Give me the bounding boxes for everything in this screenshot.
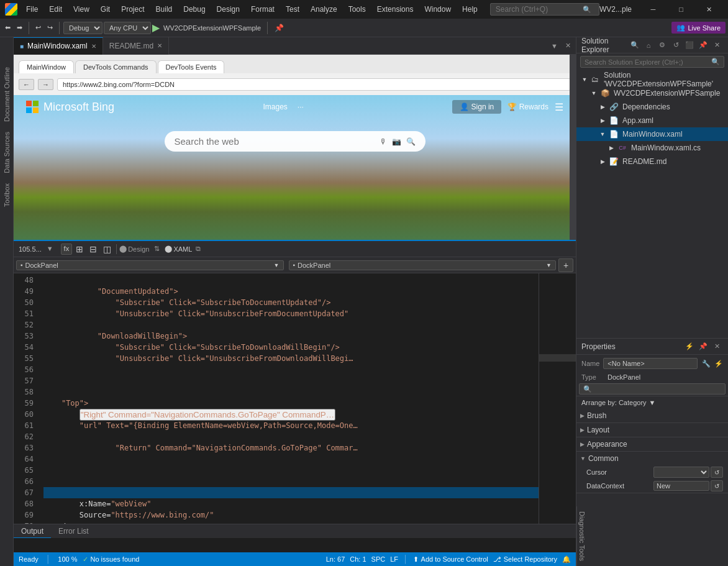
cpu-dropdown[interactable]: Any CPU: [104, 22, 151, 34]
prop-pin-action[interactable]: 📌: [697, 340, 709, 353]
menu-analyze[interactable]: Analyze: [306, 4, 342, 15]
menu-edit[interactable]: Edit: [44, 4, 67, 15]
tree-expand-icon[interactable]: ▼: [580, 75, 589, 84]
add-selector[interactable]: +: [558, 258, 573, 272]
formula-btn[interactable]: fx: [61, 244, 73, 255]
bing-menu-icon[interactable]: ☰: [555, 101, 563, 113]
tree-item-mainwindow-xaml[interactable]: ▼📄MainWindow.xaml: [576, 127, 728, 141]
menu-project[interactable]: Project: [116, 4, 149, 15]
tree-expand-icon[interactable]: ▼: [589, 88, 599, 98]
status-zoom[interactable]: 100 %: [58, 555, 77, 563]
notification-bell[interactable]: 🔔: [562, 555, 571, 564]
datacontext-input[interactable]: [653, 481, 709, 491]
se-close-action[interactable]: ✕: [711, 39, 723, 52]
tab-mainwindow-xaml[interactable]: ■ MainWindow.xaml ✕: [14, 37, 103, 55]
zoom-menu[interactable]: ▼: [44, 241, 56, 257]
layout-section-header[interactable]: ▶ Layout: [576, 423, 728, 437]
se-search-box[interactable]: 🔍: [580, 56, 724, 68]
code-lines[interactable]: "DocumentUpdated"> "Subscribe" Click="Su…: [39, 273, 539, 524]
prop-events-action[interactable]: ⚡: [683, 340, 696, 353]
toolbox-tab[interactable]: Toolbox: [2, 178, 12, 212]
toolbar-undo[interactable]: ↩: [33, 22, 43, 33]
title-search-input[interactable]: [496, 5, 583, 14]
document-outline-tab[interactable]: Document Outline: [2, 62, 12, 127]
panel2-selector[interactable]: ▪ DockPanel ▼: [289, 260, 557, 270]
toolbar-pin[interactable]: 📌: [271, 21, 286, 35]
design-tab[interactable]: ⬤ Design: [119, 245, 149, 253]
se-search-action[interactable]: 🔍: [629, 39, 641, 52]
search-submit-icon[interactable]: 🔍: [406, 137, 416, 146]
title-search[interactable]: 🔍: [490, 3, 599, 16]
menu-test[interactable]: Test: [281, 4, 304, 15]
common-section-header[interactable]: ▼ Common: [576, 452, 728, 465]
grid2-btn[interactable]: ⊟: [87, 244, 99, 255]
cursor-reset[interactable]: ↺: [711, 467, 723, 478]
tab-overflow[interactable]: ▼: [548, 41, 560, 51]
menu-debug[interactable]: Debug: [178, 4, 210, 15]
menu-design[interactable]: Design: [212, 4, 245, 15]
prop-search-input[interactable]: [579, 383, 726, 395]
snap-btn[interactable]: ◫: [101, 244, 114, 255]
prop-name-input[interactable]: [603, 358, 698, 369]
menu-file[interactable]: File: [21, 4, 43, 15]
camera-icon[interactable]: 📷: [392, 137, 401, 146]
tab-readme[interactable]: README.md ✕: [103, 37, 169, 55]
tree-item-dependencies[interactable]: ▶🔗Dependencies: [576, 100, 728, 114]
tree-item-wv2cdpextensionwpfsample[interactable]: ▼📦WV2CDPExtensionWPFSample: [576, 86, 728, 100]
output-tab[interactable]: Output: [14, 524, 51, 538]
arrange-by-arrow[interactable]: ▼: [649, 399, 656, 406]
mic-icon[interactable]: 🎙: [380, 137, 387, 146]
tree-item-readme-md[interactable]: ▶📝README.md: [576, 155, 728, 168]
tree-expand-icon[interactable]: ▼: [598, 129, 607, 139]
tree-expand-icon[interactable]: ▶: [606, 143, 616, 153]
select-repo[interactable]: ⎇ Select Repository: [493, 555, 557, 564]
menu-window[interactable]: Window: [419, 4, 456, 15]
preview-scrollbar[interactable]: [570, 55, 576, 240]
bing-nav-images[interactable]: Images: [263, 103, 287, 111]
bing-rewards[interactable]: 🏆 Rewards: [507, 103, 548, 111]
live-share-button[interactable]: 👥 Live Share: [671, 22, 726, 34]
se-home-action[interactable]: ⌂: [642, 39, 655, 52]
tree-expand-icon[interactable]: ▶: [598, 116, 607, 126]
prop-close-action[interactable]: ✕: [711, 340, 723, 353]
prop-wrench-action[interactable]: 🔧: [701, 357, 710, 370]
tab-close[interactable]: ✕: [563, 40, 573, 51]
error-list-tab[interactable]: Error List: [51, 524, 96, 538]
toolbar-forward[interactable]: ➡: [14, 22, 25, 33]
prop-lightning-action[interactable]: ⚡: [714, 357, 723, 370]
tree-item-solution--wv2cdpextensionwpfsample-[interactable]: ▼🗂Solution 'WV2CDPExtensionWPFSample': [576, 73, 728, 86]
tree-expand-icon[interactable]: ▶: [598, 157, 607, 167]
menu-extensions[interactable]: Extensions: [372, 4, 419, 15]
panel1-selector[interactable]: ▪ DockPanel ▼: [16, 260, 284, 270]
tree-item-mainwindow-xaml-cs[interactable]: ▶C#MainWindow.xaml.cs: [576, 141, 728, 155]
menu-help[interactable]: Help: [457, 4, 483, 15]
menu-tools[interactable]: Tools: [344, 4, 371, 15]
close-tab-readme[interactable]: ✕: [157, 42, 162, 49]
menu-format[interactable]: Format: [246, 4, 280, 15]
cursor-select[interactable]: [653, 467, 709, 478]
source-control[interactable]: ⬆ Add to Source Control: [413, 555, 488, 564]
appearance-section-header[interactable]: ▶ Appearance: [576, 437, 728, 451]
menu-git[interactable]: Git: [96, 4, 115, 15]
browser-back[interactable]: ←: [19, 79, 34, 90]
browser-tab-main[interactable]: MainWindow: [19, 60, 74, 73]
se-pin-action[interactable]: 📌: [697, 39, 709, 52]
bing-signin[interactable]: 👤 Sign in: [452, 100, 501, 114]
close-button[interactable]: ✕: [695, 0, 723, 19]
browser-forward[interactable]: →: [38, 79, 53, 90]
diagnostic-tools-tab[interactable]: Diagnostic Tools: [576, 506, 728, 566]
browser-address-input[interactable]: [57, 78, 571, 91]
toolbar-back[interactable]: ⬅: [2, 22, 13, 33]
browser-tab-devtools-commands[interactable]: DevTools Commands: [75, 60, 157, 73]
bing-nav-more[interactable]: ···: [298, 103, 304, 111]
xaml-tab[interactable]: ⬤ XAML ⧉: [165, 245, 201, 253]
se-settings-action[interactable]: ⚙: [656, 39, 668, 52]
menu-build[interactable]: Build: [151, 4, 178, 15]
close-tab-mainwindow[interactable]: ✕: [91, 43, 96, 50]
bing-search-input[interactable]: [175, 136, 373, 147]
se-refresh-action[interactable]: ↺: [670, 39, 682, 52]
menu-view[interactable]: View: [68, 4, 94, 15]
split-icon[interactable]: ⧉: [196, 245, 201, 253]
data-sources-tab[interactable]: Data Sources: [2, 127, 12, 178]
se-collapse-action[interactable]: ⬛: [683, 39, 696, 52]
